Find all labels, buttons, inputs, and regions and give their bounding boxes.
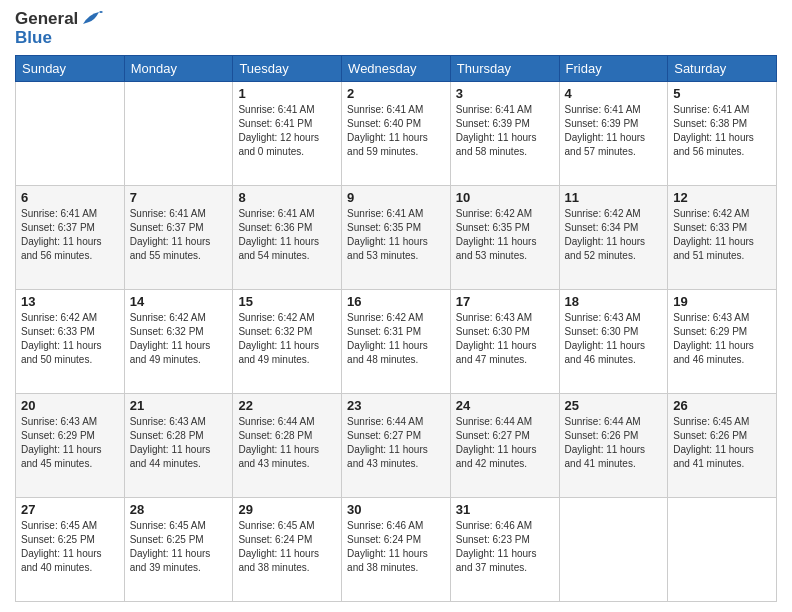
day-number: 6 — [21, 190, 119, 205]
logo-container: General Blue — [15, 10, 103, 47]
day-number: 21 — [130, 398, 228, 413]
day-number: 28 — [130, 502, 228, 517]
calendar-cell — [668, 498, 777, 602]
day-number: 24 — [456, 398, 554, 413]
weekday-header-thursday: Thursday — [450, 56, 559, 82]
logo-general: General — [15, 10, 78, 29]
day-number: 4 — [565, 86, 663, 101]
day-number: 11 — [565, 190, 663, 205]
calendar-cell: 28Sunrise: 6:45 AM Sunset: 6:25 PM Dayli… — [124, 498, 233, 602]
day-info: Sunrise: 6:41 AM Sunset: 6:36 PM Dayligh… — [238, 207, 336, 263]
day-info: Sunrise: 6:43 AM Sunset: 6:28 PM Dayligh… — [130, 415, 228, 471]
calendar-cell: 29Sunrise: 6:45 AM Sunset: 6:24 PM Dayli… — [233, 498, 342, 602]
day-info: Sunrise: 6:44 AM Sunset: 6:26 PM Dayligh… — [565, 415, 663, 471]
weekday-header-row: SundayMondayTuesdayWednesdayThursdayFrid… — [16, 56, 777, 82]
day-info: Sunrise: 6:41 AM Sunset: 6:38 PM Dayligh… — [673, 103, 771, 159]
day-number: 30 — [347, 502, 445, 517]
day-number: 16 — [347, 294, 445, 309]
calendar-cell: 13Sunrise: 6:42 AM Sunset: 6:33 PM Dayli… — [16, 290, 125, 394]
day-info: Sunrise: 6:41 AM Sunset: 6:37 PM Dayligh… — [130, 207, 228, 263]
day-info: Sunrise: 6:42 AM Sunset: 6:33 PM Dayligh… — [673, 207, 771, 263]
calendar-cell: 10Sunrise: 6:42 AM Sunset: 6:35 PM Dayli… — [450, 186, 559, 290]
day-number: 7 — [130, 190, 228, 205]
calendar-cell: 31Sunrise: 6:46 AM Sunset: 6:23 PM Dayli… — [450, 498, 559, 602]
day-info: Sunrise: 6:45 AM Sunset: 6:25 PM Dayligh… — [130, 519, 228, 575]
day-number: 29 — [238, 502, 336, 517]
day-info: Sunrise: 6:43 AM Sunset: 6:29 PM Dayligh… — [673, 311, 771, 367]
calendar-cell: 30Sunrise: 6:46 AM Sunset: 6:24 PM Dayli… — [342, 498, 451, 602]
day-number: 3 — [456, 86, 554, 101]
day-info: Sunrise: 6:43 AM Sunset: 6:30 PM Dayligh… — [565, 311, 663, 367]
calendar-cell: 8Sunrise: 6:41 AM Sunset: 6:36 PM Daylig… — [233, 186, 342, 290]
day-info: Sunrise: 6:41 AM Sunset: 6:40 PM Dayligh… — [347, 103, 445, 159]
day-info: Sunrise: 6:42 AM Sunset: 6:32 PM Dayligh… — [238, 311, 336, 367]
weekday-header-monday: Monday — [124, 56, 233, 82]
day-info: Sunrise: 6:41 AM Sunset: 6:39 PM Dayligh… — [456, 103, 554, 159]
calendar-cell: 9Sunrise: 6:41 AM Sunset: 6:35 PM Daylig… — [342, 186, 451, 290]
calendar-cell: 16Sunrise: 6:42 AM Sunset: 6:31 PM Dayli… — [342, 290, 451, 394]
header: General Blue — [15, 10, 777, 47]
day-info: Sunrise: 6:44 AM Sunset: 6:28 PM Dayligh… — [238, 415, 336, 471]
calendar-cell: 11Sunrise: 6:42 AM Sunset: 6:34 PM Dayli… — [559, 186, 668, 290]
calendar-cell: 26Sunrise: 6:45 AM Sunset: 6:26 PM Dayli… — [668, 394, 777, 498]
day-info: Sunrise: 6:41 AM Sunset: 6:39 PM Dayligh… — [565, 103, 663, 159]
day-number: 15 — [238, 294, 336, 309]
page: General Blue SundayMondayTuesdayWednesda… — [0, 0, 792, 612]
day-info: Sunrise: 6:41 AM Sunset: 6:41 PM Dayligh… — [238, 103, 336, 159]
calendar-cell: 23Sunrise: 6:44 AM Sunset: 6:27 PM Dayli… — [342, 394, 451, 498]
day-number: 19 — [673, 294, 771, 309]
day-number: 14 — [130, 294, 228, 309]
calendar-cell: 7Sunrise: 6:41 AM Sunset: 6:37 PM Daylig… — [124, 186, 233, 290]
day-number: 9 — [347, 190, 445, 205]
day-info: Sunrise: 6:42 AM Sunset: 6:33 PM Dayligh… — [21, 311, 119, 367]
logo-blue: Blue — [15, 29, 103, 48]
day-number: 2 — [347, 86, 445, 101]
day-info: Sunrise: 6:45 AM Sunset: 6:25 PM Dayligh… — [21, 519, 119, 575]
calendar-cell: 15Sunrise: 6:42 AM Sunset: 6:32 PM Dayli… — [233, 290, 342, 394]
calendar-cell: 2Sunrise: 6:41 AM Sunset: 6:40 PM Daylig… — [342, 82, 451, 186]
day-number: 23 — [347, 398, 445, 413]
calendar-cell — [124, 82, 233, 186]
calendar-cell: 12Sunrise: 6:42 AM Sunset: 6:33 PM Dayli… — [668, 186, 777, 290]
calendar-cell: 14Sunrise: 6:42 AM Sunset: 6:32 PM Dayli… — [124, 290, 233, 394]
day-number: 20 — [21, 398, 119, 413]
logo: General Blue — [15, 10, 103, 47]
calendar-table: SundayMondayTuesdayWednesdayThursdayFrid… — [15, 55, 777, 602]
calendar-cell: 24Sunrise: 6:44 AM Sunset: 6:27 PM Dayli… — [450, 394, 559, 498]
day-info: Sunrise: 6:46 AM Sunset: 6:24 PM Dayligh… — [347, 519, 445, 575]
day-number: 27 — [21, 502, 119, 517]
calendar-cell: 21Sunrise: 6:43 AM Sunset: 6:28 PM Dayli… — [124, 394, 233, 498]
calendar-cell — [16, 82, 125, 186]
weekday-header-tuesday: Tuesday — [233, 56, 342, 82]
week-row-2: 6Sunrise: 6:41 AM Sunset: 6:37 PM Daylig… — [16, 186, 777, 290]
calendar-cell: 19Sunrise: 6:43 AM Sunset: 6:29 PM Dayli… — [668, 290, 777, 394]
day-number: 10 — [456, 190, 554, 205]
day-number: 12 — [673, 190, 771, 205]
day-number: 8 — [238, 190, 336, 205]
day-number: 1 — [238, 86, 336, 101]
day-number: 26 — [673, 398, 771, 413]
week-row-1: 1Sunrise: 6:41 AM Sunset: 6:41 PM Daylig… — [16, 82, 777, 186]
calendar-cell: 25Sunrise: 6:44 AM Sunset: 6:26 PM Dayli… — [559, 394, 668, 498]
calendar-cell: 5Sunrise: 6:41 AM Sunset: 6:38 PM Daylig… — [668, 82, 777, 186]
day-number: 18 — [565, 294, 663, 309]
day-info: Sunrise: 6:42 AM Sunset: 6:32 PM Dayligh… — [130, 311, 228, 367]
week-row-4: 20Sunrise: 6:43 AM Sunset: 6:29 PM Dayli… — [16, 394, 777, 498]
day-info: Sunrise: 6:45 AM Sunset: 6:24 PM Dayligh… — [238, 519, 336, 575]
day-info: Sunrise: 6:44 AM Sunset: 6:27 PM Dayligh… — [347, 415, 445, 471]
day-number: 5 — [673, 86, 771, 101]
calendar-cell: 4Sunrise: 6:41 AM Sunset: 6:39 PM Daylig… — [559, 82, 668, 186]
day-info: Sunrise: 6:42 AM Sunset: 6:31 PM Dayligh… — [347, 311, 445, 367]
calendar-cell: 27Sunrise: 6:45 AM Sunset: 6:25 PM Dayli… — [16, 498, 125, 602]
day-number: 31 — [456, 502, 554, 517]
logo-bird-icon — [81, 10, 103, 28]
calendar-cell: 22Sunrise: 6:44 AM Sunset: 6:28 PM Dayli… — [233, 394, 342, 498]
calendar-cell — [559, 498, 668, 602]
weekday-header-saturday: Saturday — [668, 56, 777, 82]
week-row-5: 27Sunrise: 6:45 AM Sunset: 6:25 PM Dayli… — [16, 498, 777, 602]
weekday-header-friday: Friday — [559, 56, 668, 82]
weekday-header-sunday: Sunday — [16, 56, 125, 82]
calendar-cell: 6Sunrise: 6:41 AM Sunset: 6:37 PM Daylig… — [16, 186, 125, 290]
day-info: Sunrise: 6:42 AM Sunset: 6:34 PM Dayligh… — [565, 207, 663, 263]
day-info: Sunrise: 6:45 AM Sunset: 6:26 PM Dayligh… — [673, 415, 771, 471]
